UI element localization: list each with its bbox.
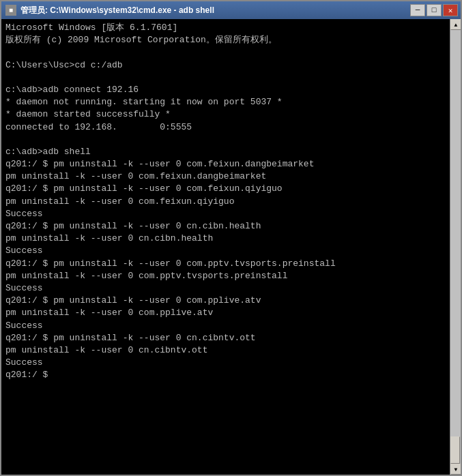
- scroll-thumb[interactable]: [450, 436, 460, 464]
- window-content: Microsoft Windows [版本 6.1.7601] 版权所有 (c)…: [1, 19, 461, 475]
- close-button[interactable]: ✕: [443, 4, 458, 16]
- window-title: 管理员: C:\Windows\system32\cmd.exe - adb s…: [20, 5, 214, 16]
- scroll-up-button[interactable]: ▲: [450, 19, 461, 30]
- scrollbar[interactable]: ▲ ▼: [450, 19, 461, 475]
- maximize-button[interactable]: □: [427, 4, 442, 16]
- window: ■ 管理员: C:\Windows\system32\cmd.exe - adb…: [0, 0, 462, 476]
- title-bar-left: ■ 管理员: C:\Windows\system32\cmd.exe - adb…: [5, 5, 214, 16]
- minimize-button[interactable]: ─: [410, 4, 425, 16]
- scroll-track[interactable]: [450, 30, 461, 464]
- title-bar: ■ 管理员: C:\Windows\system32\cmd.exe - adb…: [1, 1, 461, 19]
- scroll-down-button[interactable]: ▼: [450, 464, 461, 475]
- window-controls: ─ □ ✕: [410, 4, 458, 16]
- terminal-output[interactable]: Microsoft Windows [版本 6.1.7601] 版权所有 (c)…: [1, 19, 450, 475]
- cmd-icon: ■: [5, 5, 16, 16]
